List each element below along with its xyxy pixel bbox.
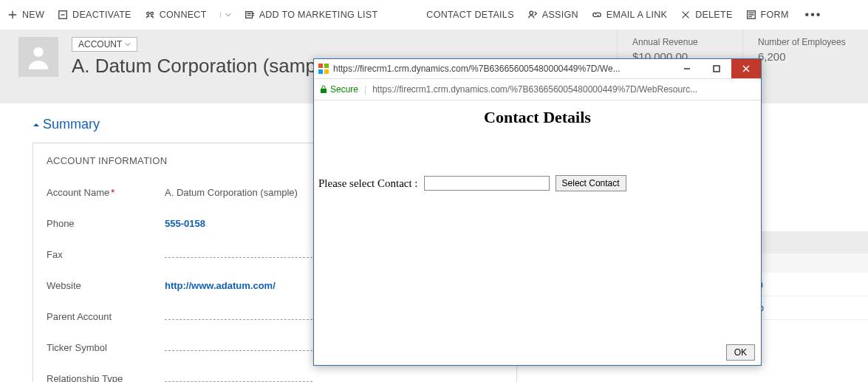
person-icon — [24, 42, 53, 72]
email-link-label: Email a Link — [606, 10, 667, 20]
form-button[interactable]: Form — [746, 10, 789, 20]
select-contact-button[interactable]: Select Contact — [556, 175, 626, 191]
popup-content: Contact Details Please select Contact : … — [314, 100, 761, 365]
popup-title-text: https://firecrm1.crm.dynamics.com/%7B636… — [333, 64, 668, 74]
popup-address-bar[interactable]: Secure | https://firecrm1.crm.dynamics.c… — [314, 78, 761, 100]
chevron-down-icon — [225, 12, 231, 18]
svg-rect-13 — [321, 89, 327, 93]
svg-point-1 — [146, 13, 149, 16]
new-label: New — [22, 10, 44, 20]
contact-input[interactable] — [424, 176, 550, 191]
form-label: Form — [761, 10, 789, 20]
chevron-down-icon — [125, 41, 131, 47]
svg-rect-12 — [714, 66, 720, 72]
plus-icon — [7, 10, 18, 20]
form-icon — [746, 10, 756, 20]
add-marketing-label: Add to Marketing List — [259, 10, 378, 20]
assign-label: Assign — [542, 10, 578, 20]
more-commands[interactable]: ••• — [802, 8, 825, 21]
contact-details-label: Contact Details — [426, 10, 513, 20]
assign-button[interactable]: Assign — [527, 10, 578, 20]
popup-titlebar[interactable]: https://firecrm1.crm.dynamics.com/%7B636… — [314, 59, 761, 78]
add-marketing-button[interactable]: Add to Marketing List — [245, 10, 378, 20]
new-button[interactable]: New — [7, 10, 44, 20]
svg-rect-11 — [324, 69, 329, 74]
stat-label: Annual Revenue — [632, 37, 725, 47]
svg-rect-8 — [318, 64, 323, 68]
minimize-button[interactable] — [672, 59, 702, 78]
connect-icon — [145, 10, 155, 20]
popup-heading: Contact Details — [318, 108, 756, 127]
avatar — [18, 37, 58, 77]
deactivate-button[interactable]: Deactivate — [58, 10, 131, 20]
svg-rect-10 — [318, 69, 323, 74]
connect-label: Connect — [160, 10, 207, 20]
deactivate-icon — [58, 10, 68, 20]
connect-split[interactable] — [220, 12, 231, 18]
svg-rect-3 — [245, 12, 252, 18]
popup-url: https://firecrm1.crm.dynamics.com/%7B636… — [372, 84, 755, 95]
collapse-icon — [33, 121, 40, 129]
popup-window: https://firecrm1.crm.dynamics.com/%7B636… — [313, 58, 762, 366]
stat-value: 6,200 — [758, 50, 850, 63]
lock-icon — [320, 85, 327, 94]
stat-label: Number of Employees — [758, 37, 850, 47]
svg-point-6 — [33, 47, 43, 57]
command-bar: New Deactivate Connect Add to Marketing … — [0, 0, 868, 30]
entity-type-label: ACCOUNT — [78, 39, 122, 50]
maximize-button[interactable] — [702, 59, 731, 78]
assign-icon — [527, 10, 538, 20]
connect-button[interactable]: Connect — [145, 10, 207, 20]
deactivate-label: Deactivate — [72, 10, 131, 20]
close-button[interactable] — [731, 59, 761, 78]
svg-point-4 — [530, 11, 533, 14]
ok-button[interactable]: OK — [726, 344, 755, 361]
delete-label: Delete — [695, 10, 732, 20]
browser-favicon-icon — [318, 64, 329, 74]
email-link-button[interactable]: Email a Link — [592, 10, 667, 20]
page-title: A. Datum Corporation (sample) — [72, 55, 338, 78]
entity-type-picker[interactable]: ACCOUNT — [72, 37, 137, 52]
delete-icon — [680, 10, 691, 20]
secure-indicator: Secure — [320, 84, 358, 95]
delete-button[interactable]: Delete — [680, 10, 732, 20]
link-icon — [592, 10, 602, 20]
contact-details-button[interactable]: Contact Details — [426, 10, 513, 20]
svg-rect-9 — [324, 64, 329, 68]
popup-prompt: Please select Contact : — [318, 177, 418, 190]
marketing-icon — [245, 10, 255, 20]
svg-point-2 — [151, 13, 154, 16]
